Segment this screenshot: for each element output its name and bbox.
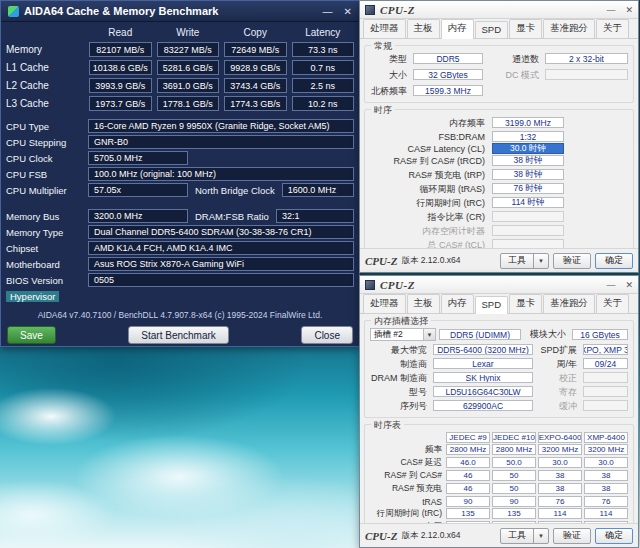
validate-button[interactable]: 验证 (553, 528, 591, 544)
cpuz-footer-bar: CPU-Z 版本 2.12.0.x64 工具 ▼ 验证 确定 (360, 248, 638, 272)
tab-graphics[interactable]: 显卡 (509, 19, 542, 38)
cpuz-window-title: CPU-Z (380, 4, 601, 16)
serial-number-field: 629900AC (433, 400, 533, 411)
aida64-body: Read Write Copy Latency Memory 82107 MB/… (1, 22, 359, 344)
l1-write-value: 5281.6 GB/s (157, 60, 220, 75)
dram-frequency-field: 3199.0 MHz (492, 117, 564, 128)
tab-cpu[interactable]: 处理器 (363, 19, 406, 38)
module-size-label: 模块大小 (530, 328, 569, 341)
col-header-xmp: XMP-6400 (584, 432, 628, 443)
nb-frequency-field: 1599.3 MHz (413, 85, 483, 96)
tab-about[interactable]: 关于 (596, 19, 629, 38)
command-rate-field (492, 211, 564, 222)
cpuz-title-bar[interactable]: CPU-Z — ✕ (360, 1, 638, 19)
chipset-value: AMD K1A.4 FCH, AMD K1A.4 IMC (88, 241, 354, 255)
col-header-expo: EXPO-6400 (538, 432, 582, 443)
cas-value: 30.0 (538, 457, 582, 468)
serial-number-label: 序列号 (370, 400, 430, 413)
close-icon[interactable]: ✕ (625, 5, 633, 15)
minimize-icon[interactable]: — (323, 6, 333, 17)
module-manuf-field: Lexar (433, 358, 533, 369)
ok-button[interactable]: 确定 (595, 528, 633, 544)
trp-label: RAS# 预充电 (tRP) (370, 169, 488, 182)
info-row-cpu-clock: CPU Clock 5705.0 MHz (6, 151, 354, 165)
info-row-cpu-stepping: CPU Stepping GNR-B0 (6, 135, 354, 149)
slot-select-dropdown[interactable]: 插槽 #2 ▼ (370, 328, 436, 341)
tab-cpu[interactable]: 处理器 (363, 294, 406, 313)
tras-value: 90 (492, 496, 536, 507)
tab-memory[interactable]: 内存 (441, 19, 474, 39)
col-header-jedec9: JEDEC #9 (446, 432, 490, 443)
info-row-bios: BIOS Version 0505 (6, 273, 354, 287)
bios-version-value: 0505 (88, 273, 354, 287)
close-icon[interactable]: ✕ (344, 6, 352, 17)
close-icon[interactable]: ✕ (625, 280, 633, 290)
tab-bench[interactable]: 基准跑分 (543, 19, 595, 38)
close-button[interactable]: Close (301, 326, 353, 344)
cpuz-app-icon (365, 5, 375, 15)
slot-info-grid: 最大带宽 DDR5-6400 (3200 MHz) SPD扩展 EXPO, XM… (370, 344, 628, 413)
frequency-row-label: 频率 (370, 444, 444, 456)
trc-value: 114 (584, 508, 628, 519)
save-button[interactable]: Save (7, 326, 56, 344)
spd-ext-field: EXPO, XMP 3.0 (583, 344, 628, 355)
row-label-l2: L2 Cache (6, 80, 84, 91)
dc-mode-field (545, 69, 628, 80)
trp-field: 38 时钟 (492, 169, 564, 180)
tools-button-label: 工具 (501, 529, 533, 543)
motherboard-label: Motherboard (6, 259, 88, 270)
cas-latency-label: CAS# Latency (CL) (370, 144, 488, 154)
info-row-memory-bus: Memory Bus 3200.0 MHz DRAM:FSB Ratio 32:… (6, 209, 354, 223)
minimize-icon[interactable]: — (606, 280, 615, 290)
part-number-field: LD5U16G64C30LW (433, 386, 533, 397)
info-row-cpu-type: CPU Type 16-Core AMD Ryzen 9 9950X (Gran… (6, 119, 354, 133)
minimize-icon[interactable]: — (606, 5, 615, 15)
tab-graphics[interactable]: 显卡 (509, 294, 542, 313)
part-number-label: 型号 (370, 386, 430, 399)
tools-button[interactable]: 工具 ▼ (500, 253, 549, 269)
hypervisor-label[interactable]: Hypervisor (6, 291, 59, 302)
window-controls: — ✕ (323, 6, 352, 17)
spd-ext-label: SPD扩展 (536, 344, 580, 357)
tras-value: 90 (446, 496, 490, 507)
tab-bench[interactable]: 基准跑分 (543, 294, 595, 313)
frequency-value: 2800 MHz (446, 444, 490, 455)
week-year-field: 09/24 (583, 358, 628, 369)
l1-read-value: 10138.6 GB/s (89, 60, 152, 75)
channels-label: 通道数 (486, 53, 542, 66)
chevron-down-icon[interactable]: ▼ (533, 254, 548, 268)
tab-spd[interactable]: SPD (475, 21, 509, 38)
spacer (545, 85, 628, 98)
tab-about[interactable]: 关于 (596, 294, 629, 313)
correction-label: 校正 (536, 372, 580, 385)
cpuz-title-bar[interactable]: CPU-Z — ✕ (360, 276, 638, 294)
trcd-value: 38 (584, 470, 628, 481)
timings-table-groupbox: 时序表 JEDEC #9 JEDEC #10 EXPO-6400 XMP-640… (364, 424, 634, 538)
aida64-app-icon (8, 6, 19, 17)
validate-button[interactable]: 验证 (553, 253, 591, 269)
start-benchmark-button[interactable]: Start Benchmark (128, 326, 228, 344)
cpu-stepping-label: CPU Stepping (6, 137, 88, 148)
ok-button[interactable]: 确定 (595, 253, 633, 269)
tools-button[interactable]: 工具 ▼ (500, 528, 549, 544)
dram-manuf-label: DRAM 制造商 (370, 372, 430, 385)
tab-mainboard[interactable]: 主板 (407, 19, 440, 38)
cpuz-tab-bar: 处理器 主板 内存 SPD 显卡 基准跑分 关于 (360, 294, 638, 314)
aida64-title-bar[interactable]: AIDA64 Cache & Memory Benchmark — ✕ (1, 1, 359, 22)
tras-label: 循环周期 (tRAS) (370, 183, 488, 196)
tab-mainboard[interactable]: 主板 (407, 294, 440, 313)
cpuz-footer-logo: CPU-Z (365, 530, 397, 542)
trp-value: 38 (584, 483, 628, 494)
chevron-down-icon[interactable]: ▼ (533, 529, 548, 543)
l3-copy-value: 1774.3 GB/s (224, 96, 287, 111)
chevron-down-icon[interactable]: ▼ (423, 329, 435, 340)
tab-memory[interactable]: 内存 (441, 294, 474, 313)
dram-frequency-label: 内存频率 (370, 117, 488, 130)
info-row-hypervisor: Hypervisor (6, 289, 354, 303)
tab-spd[interactable]: SPD (475, 296, 509, 314)
column-header-copy: Copy (224, 27, 287, 39)
max-bandwidth-field: DDR5-6400 (3200 MHz) (433, 344, 533, 355)
trc-label: 行周期时间 (tRC) (370, 197, 488, 210)
info-row-memory-type: Memory Type Dual Channel DDR5-6400 SDRAM… (6, 225, 354, 239)
dram-fsb-ratio-value: 32:1 (276, 209, 354, 223)
